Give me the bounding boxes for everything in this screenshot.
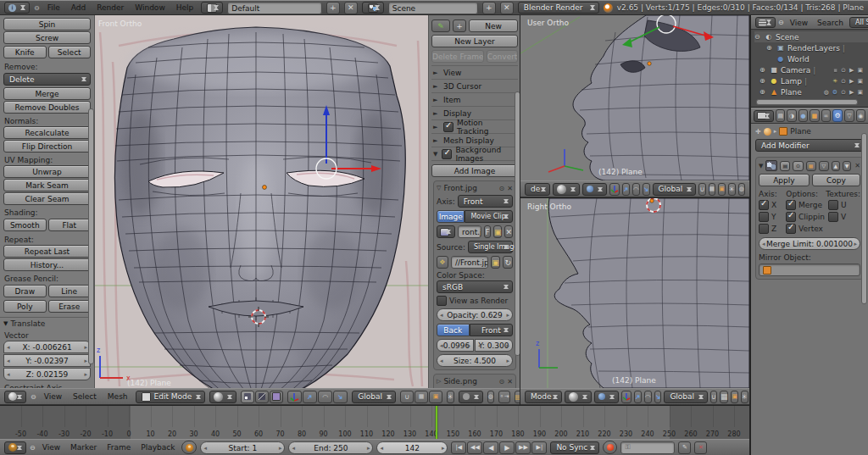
menu-render[interactable]: Render [93,3,127,12]
timeline-playhead[interactable] [436,406,437,439]
scene-add-button[interactable]: + [482,2,496,14]
add-image-button[interactable]: Add Image [431,164,518,177]
screen-layout-icon-button[interactable] [201,2,223,14]
user-occlude-button[interactable]: ◍ [738,183,745,196]
right-snap-magnet-button[interactable]: ∪ [710,391,717,403]
add-modifier-dropdown[interactable]: Add Modifier [755,139,864,152]
collapse-icon[interactable]: ⊖ [754,33,762,41]
right-snap-target-button[interactable]: ▣ [731,391,738,403]
timeline-canvas[interactable]: -50-40-30-20-100102030405060708090100110… [0,406,750,440]
front-filepath-field[interactable]: //Front.jpg [451,256,488,269]
mirror-vertex-groups-checkbox[interactable] [786,224,796,234]
expand-icon[interactable]: ⊕ [760,77,767,85]
render-opengl-button[interactable]: ▤ [515,391,520,403]
outliner-scrollbar[interactable] [756,99,858,105]
modifier-editmode-toggle[interactable]: ▦ [806,161,816,171]
user-manipulator-scale-button[interactable]: ➔ [643,183,650,196]
next-keyframe-button[interactable]: ▶▶ [515,441,531,454]
editor-type-timeline-button[interactable] [4,441,26,454]
convert-button[interactable]: Convert [487,50,518,63]
editor-type-properties-button[interactable] [754,110,774,122]
front-path-icon-button[interactable]: ❖ [437,256,448,269]
right-manipulator-translate-button[interactable]: ➔ [634,391,642,403]
front-source-dropdown[interactable]: Single Image [468,241,513,253]
modifier-cage-toggle[interactable]: ▽ [819,161,829,171]
occlude-geometry-button[interactable]: ◍ [487,391,494,403]
section-motion-tracking[interactable]: ►Motion Tracking [431,120,518,134]
motion-tracking-checkbox[interactable] [443,122,453,132]
keying-set-field[interactable]: ⚿ [620,441,675,454]
timeline-menu-frame[interactable]: Frame [103,443,134,452]
visibility-eye-icon[interactable]: ⊙ [841,67,846,74]
tab-world[interactable]: ● [798,109,808,122]
translate-collapse-icon[interactable]: ▼ [3,320,8,327]
user-snap-magnet-button[interactable]: ∪ [698,183,705,196]
recalculate-button[interactable]: Recalculate [3,126,91,139]
gp-erase-button[interactable]: Erase [48,300,92,313]
outliner-row-renderlayers[interactable]: ⊕ ▣ RenderLayers| [754,42,868,53]
face-mesh[interactable] [114,27,405,388]
selectability-arrow-icon[interactable]: ▶ [849,89,854,96]
right-selected-vertex[interactable] [650,199,654,203]
timeline-menu-marker[interactable]: Marker [67,443,100,452]
mirror-axis-x-checkbox[interactable] [759,200,769,210]
outliner-menu-search[interactable]: Search [814,19,847,27]
view-as-render-checkbox[interactable] [437,296,447,306]
grease-pencil-icon-button[interactable]: ✎ [431,19,450,32]
delete-frame-button[interactable]: Delete Frame [431,50,484,63]
visibility-eye-icon[interactable]: ⊙ [841,89,846,96]
front-axis-dropdown[interactable]: Front [458,195,513,208]
timeline-menu-playback[interactable]: Playback [137,443,178,452]
user-manipulator-rotate-button[interactable]: ◠ [632,183,640,196]
vector-y-field[interactable]: Y: -0.02397 [3,354,91,367]
gp-line-button[interactable]: Line [48,285,92,297]
right-proportional-edit-button[interactable]: ✳ [741,391,748,403]
right-orientation-dropdown[interactable]: Global [664,391,708,403]
pin-icon[interactable]: ✛ [755,128,761,136]
renderability-camera-icon[interactable]: ▣ [857,78,863,85]
mirror-axis-y-checkbox[interactable] [759,212,769,222]
delete-keyframe-button[interactable]: ✕ [694,441,707,454]
spin-button[interactable]: Spin [3,18,91,31]
mode-dropdown[interactable]: Edit Mode [136,391,206,403]
front-collapse-icon[interactable]: ▽ [437,185,441,191]
gp-poly-button[interactable]: Poly [3,300,47,313]
mirror-texture-u-checkbox[interactable] [828,200,838,210]
tool-shelf-scrollbar[interactable] [88,108,94,364]
menu-file[interactable]: File [44,3,64,12]
front-image-tab[interactable]: Image [437,210,465,223]
face-select-button[interactable] [270,391,283,403]
front-fake-user-button[interactable]: F [484,225,491,238]
outliner-row-world[interactable]: ● World [754,53,868,64]
gp-draw-button[interactable]: Draw [3,285,47,297]
mirror-object-field[interactable] [759,264,860,276]
flat-button[interactable]: Flat [48,219,92,231]
tab-data[interactable]: ▽ [844,109,854,122]
record-button[interactable] [603,441,617,454]
viewport-shading-dropdown[interactable] [209,391,236,403]
modifier-view-toggle[interactable]: ⊙ [793,161,803,171]
editor-type-info-button[interactable]: i [4,2,30,14]
tab-object[interactable]: ■ [810,109,819,122]
user-proportional-edit-button[interactable]: ✳ [728,183,736,196]
user-snap-target-button[interactable]: ▣ [718,183,726,196]
selectability-arrow-icon[interactable]: ▶ [849,78,854,85]
renderability-camera-icon[interactable]: ▣ [857,67,863,74]
selected-vertex[interactable] [263,186,267,190]
flip-direction-button[interactable]: Flip Direction [3,140,91,153]
jump-to-end-button[interactable]: ▶| [531,441,547,454]
right-mode-dropdown-clipped[interactable]: Mode [525,391,562,403]
outliner-row-lamp[interactable]: ⊕ ● Lamp| ✳ ⊙ ▶ ▣ [754,75,868,86]
knife-button[interactable]: Knife [3,46,47,58]
front-movie-clip-tab[interactable]: Movie Clip [465,210,513,223]
properties-scrollbar[interactable] [861,133,867,304]
mirror-merge-checkbox[interactable] [786,200,796,210]
right-shading-dropdown[interactable] [565,391,592,403]
layout-add-button[interactable]: + [326,2,340,14]
tab-constraints[interactable]: ∞ [821,109,831,122]
orientation-dropdown[interactable]: Global [352,391,396,403]
mirror-axis-z-checkbox[interactable] [759,224,769,234]
snap-magnet-button[interactable]: ∪ [400,391,414,403]
previous-keyframe-button[interactable]: ◀◀ [467,441,482,454]
snap-element-button[interactable]: ▦ [415,391,428,403]
